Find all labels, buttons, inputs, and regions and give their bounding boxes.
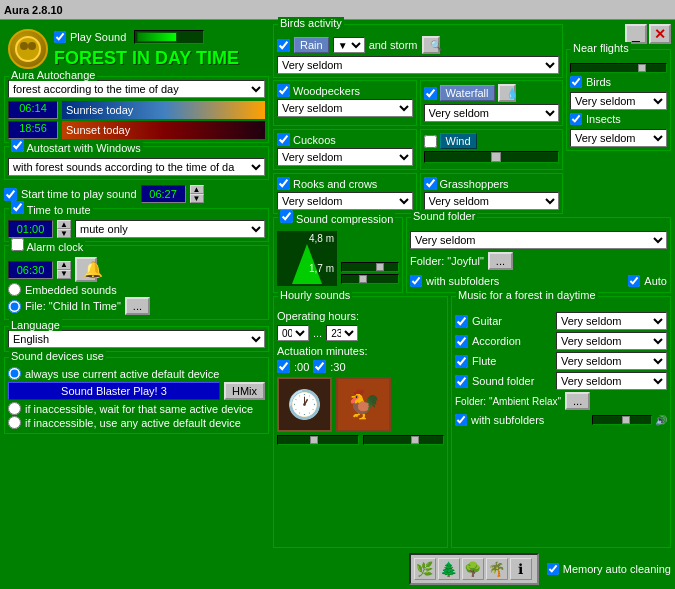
wind-slider[interactable] xyxy=(424,151,560,163)
sound-folder-top-select[interactable]: Very seldom xyxy=(410,231,667,249)
alarm-spinner[interactable]: ▲ ▼ xyxy=(57,261,71,279)
min2-checkbox[interactable] xyxy=(313,360,326,373)
autostart-checkbox[interactable] xyxy=(11,139,24,152)
hours-from-select[interactable]: 00 xyxy=(277,325,309,341)
waterfall-select[interactable]: Very seldom xyxy=(424,104,560,122)
rain-search-btn[interactable]: 🔍 xyxy=(422,36,440,54)
right-panel: Birds activity Rain ▼ and storm 🔍 Very s… xyxy=(273,24,671,585)
compression-folder-row: Sound compression 4,8 m 1,7 m xyxy=(273,217,671,293)
accordion-select[interactable]: Very seldom xyxy=(556,332,667,350)
mute-time-input[interactable] xyxy=(8,220,53,238)
minimize-btn[interactable]: _ xyxy=(625,24,647,44)
mute-spinner[interactable]: ▲ ▼ xyxy=(57,220,71,238)
hours-to-select[interactable]: 23 xyxy=(326,325,358,341)
auto-checkbox[interactable] xyxy=(628,275,640,287)
music-folder-select[interactable]: Very seldom xyxy=(556,372,667,390)
alarm-extra-btn[interactable]: 🔔 xyxy=(75,257,97,282)
woodpeckers-header: Woodpeckers xyxy=(277,84,413,97)
icon-btn-info[interactable]: ℹ xyxy=(510,558,532,580)
folder-browse-btn[interactable]: ... xyxy=(488,252,513,270)
file-radio[interactable] xyxy=(8,300,21,313)
music-subfolders-checkbox[interactable] xyxy=(455,414,467,426)
app-title-bar: Aura 2.8.10 xyxy=(4,4,63,16)
alarm-checkbox[interactable] xyxy=(11,238,24,251)
flute-checkbox[interactable] xyxy=(455,355,468,368)
rain-dropdown[interactable]: ▼ xyxy=(333,37,365,53)
start-time-input[interactable] xyxy=(141,185,186,203)
music-folder-label: Sound folder xyxy=(472,375,552,387)
hourly-label: Hourly sounds xyxy=(278,289,352,301)
autostart-select[interactable]: with forest sounds according to the time… xyxy=(8,158,265,176)
embedded-radio[interactable] xyxy=(8,283,21,296)
start-time-checkbox[interactable] xyxy=(4,188,17,201)
mute-option-select[interactable]: mute only xyxy=(75,220,265,238)
start-time-spinner[interactable]: ▲ ▼ xyxy=(190,185,204,203)
waterfall-extra-btn[interactable]: 💧 xyxy=(498,84,516,102)
subfolders-checkbox[interactable] xyxy=(410,275,422,287)
icon-btn-4[interactable]: 🌴 xyxy=(486,558,508,580)
accordion-checkbox[interactable] xyxy=(455,335,468,348)
woodpeckers-label: Woodpeckers xyxy=(293,85,360,97)
mute-checkbox[interactable] xyxy=(11,201,24,214)
alarm-time-input[interactable] xyxy=(8,261,53,279)
music-folder-checkbox[interactable] xyxy=(455,375,468,388)
music-vol-slider: 🔊 xyxy=(592,415,667,426)
wind-btn[interactable]: Wind xyxy=(440,133,477,149)
rain-checkbox[interactable] xyxy=(277,39,290,52)
alarm-file-browse-btn[interactable]: ... xyxy=(125,297,150,315)
near-birds-checkbox[interactable] xyxy=(570,76,582,88)
min1-label: :00 xyxy=(294,361,309,373)
sound-folder-box: Sound folder Very seldom Folder: "Joyful… xyxy=(406,217,671,293)
music-folder-row: Sound folder Very seldom xyxy=(455,372,667,390)
icon-btn-3[interactable]: 🌳 xyxy=(462,558,484,580)
rain-btn[interactable]: Rain xyxy=(294,37,329,53)
always-default-radio[interactable] xyxy=(8,367,21,380)
music-folder-browse-btn[interactable]: ... xyxy=(565,392,590,410)
aura-select[interactable]: forest according to the time of day xyxy=(8,80,265,98)
min1-checkbox[interactable] xyxy=(277,360,290,373)
autostart-box: Autostart with Windows with forest sound… xyxy=(4,146,269,180)
close-btn[interactable]: ✕ xyxy=(649,24,671,44)
flute-select[interactable]: Very seldom xyxy=(556,352,667,370)
sunrise-bar: Sunrise today xyxy=(62,101,265,119)
cuckoos-checkbox[interactable] xyxy=(277,133,290,146)
music-content: Guitar Very seldom Accordion Very seldom xyxy=(455,312,667,428)
rain-value-select[interactable]: Very seldom xyxy=(277,56,559,74)
with-subfolders-row: with subfolders xyxy=(410,275,499,287)
language-select[interactable]: English xyxy=(8,330,265,348)
folder-row: Folder: "Joyful" ... xyxy=(410,252,667,270)
grasshoppers-select[interactable]: Very seldom xyxy=(424,192,560,210)
guitar-checkbox[interactable] xyxy=(455,315,468,328)
hmix-btn[interactable]: HMix xyxy=(224,382,265,400)
rooks-select[interactable]: Very seldom xyxy=(277,192,413,210)
waterfall-btn[interactable]: Waterfall xyxy=(440,85,495,101)
memory-cleaning-checkbox[interactable] xyxy=(547,563,559,575)
guitar-select[interactable]: Very seldom xyxy=(556,312,667,330)
woodpeckers-checkbox[interactable] xyxy=(277,84,290,97)
play-sound-checkbox[interactable] xyxy=(54,31,66,43)
near-birds-select[interactable]: Very seldom xyxy=(570,92,667,110)
subfolder-row: with subfolders Auto xyxy=(410,273,667,289)
waterfall-checkbox[interactable] xyxy=(424,87,437,100)
play-sound-label: Play Sound xyxy=(70,31,126,43)
woodpeckers-select[interactable]: Very seldom xyxy=(277,99,413,117)
grasshoppers-checkbox[interactable] xyxy=(424,177,437,190)
icon-btn-2[interactable]: 🌲 xyxy=(438,558,460,580)
cuckoos-header: Cuckoos xyxy=(277,133,413,146)
wind-box: Wind xyxy=(420,129,564,170)
auto-row: Auto xyxy=(628,275,667,287)
near-insects-checkbox[interactable] xyxy=(570,113,582,125)
inaccessible2-radio[interactable] xyxy=(8,416,21,429)
inaccessible1-radio[interactable] xyxy=(8,402,21,415)
alarm-label: Alarm clock xyxy=(9,238,85,253)
rain-row: Rain ▼ and storm 🔍 xyxy=(277,36,559,54)
rooks-checkbox[interactable] xyxy=(277,177,290,190)
near-insects-select[interactable]: Very seldom xyxy=(570,129,667,147)
wind-checkbox[interactable] xyxy=(424,135,437,148)
rooks-box: Rooks and crows Very seldom xyxy=(273,173,417,214)
compression-checkbox[interactable] xyxy=(280,210,293,223)
icon-btn-1[interactable]: 🌿 xyxy=(414,558,436,580)
accordion-row: Accordion Very seldom xyxy=(455,332,667,350)
and-storm-label: and storm xyxy=(369,39,418,51)
cuckoos-select[interactable]: Very seldom xyxy=(277,148,413,166)
